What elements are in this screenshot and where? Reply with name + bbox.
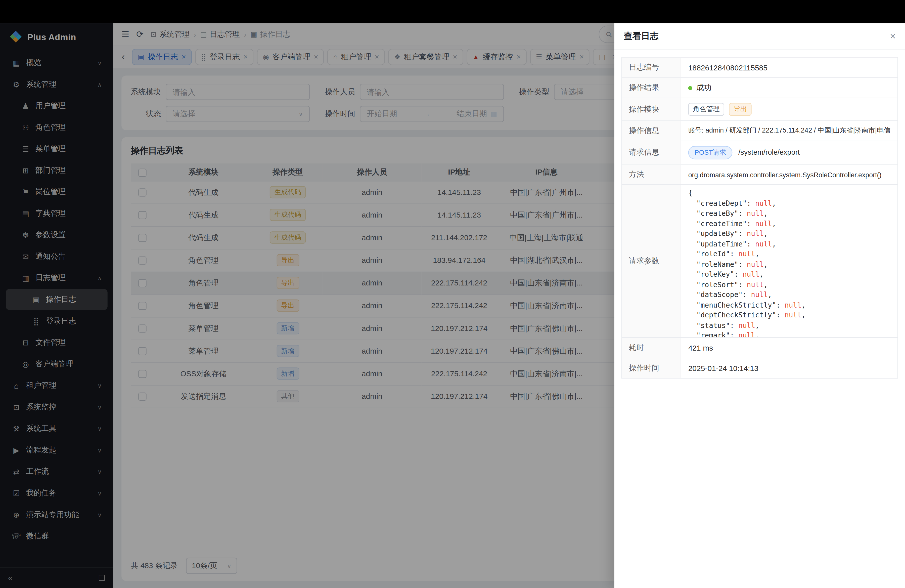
- op-type-tag: 导出: [729, 103, 751, 116]
- http-method-tag: POST请求: [688, 146, 732, 159]
- time-value: 2025-01-24 10:14:13: [681, 358, 897, 378]
- operation-info-value: 账号: admin / 研发部门 / 222.175.114.242 / 中国|…: [681, 121, 897, 141]
- result-value: 成功: [681, 78, 897, 98]
- cost-value: 421 ms: [681, 338, 897, 358]
- app-root: Plus Admin ▦ 概览 ∨ ⚙ 系统管理 ∧ ♟ 用户管理 ⚇ 角色管理…: [0, 0, 905, 588]
- detail-row-time: 操作时间 2025-01-24 10:14:13: [622, 358, 897, 378]
- detail-row-module: 操作模块 角色管理 导出: [622, 99, 897, 121]
- module-value: 角色管理 导出: [681, 99, 897, 120]
- drawer-body: 日志编号 1882612840802115585 操作结果 成功 操作模块 角色…: [614, 50, 905, 588]
- drawer-header: 查看日志 ×: [614, 23, 905, 50]
- drawer-title: 查看日志: [624, 31, 659, 42]
- detail-row-params: 请求参数 {"createDept": null,"createBy": nul…: [622, 185, 897, 338]
- close-icon[interactable]: ×: [890, 32, 896, 41]
- view-log-drawer: 查看日志 × 日志编号 1882612840802115585 操作结果 成功 …: [614, 23, 905, 588]
- detail-row-method: 方法 org.dromara.system.controller.system.…: [622, 164, 897, 185]
- module-tag: 角色管理: [688, 103, 724, 116]
- params-cell: {"createDept": null,"createBy": null,"cr…: [681, 185, 897, 337]
- log-detail-table: 日志编号 1882612840802115585 操作结果 成功 操作模块 角色…: [621, 57, 898, 379]
- detail-row-request: 请求信息 POST请求 /system/role/export: [622, 141, 897, 165]
- detail-row-cost: 耗时 421 ms: [622, 338, 897, 358]
- request-info-value: POST请求 /system/role/export: [681, 141, 897, 164]
- log-id-value: 1882612840802115585: [681, 57, 897, 78]
- detail-row-result: 操作结果 成功: [622, 78, 897, 99]
- detail-row-info: 操作信息 账号: admin / 研发部门 / 222.175.114.242 …: [622, 121, 897, 141]
- request-url: /system/role/export: [738, 148, 800, 156]
- detail-row-log-id: 日志编号 1882612840802115585: [622, 57, 897, 78]
- request-params-code[interactable]: {"createDept": null,"createBy": null,"cr…: [681, 185, 897, 337]
- success-dot-icon: [688, 86, 692, 90]
- method-value: org.dromara.system.controller.system.Sys…: [681, 164, 897, 184]
